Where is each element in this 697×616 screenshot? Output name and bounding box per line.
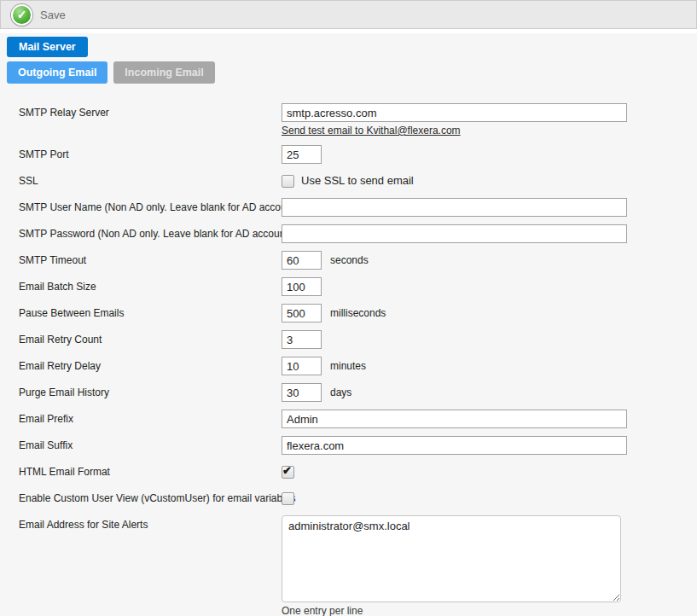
email-retry-delay-input[interactable] xyxy=(282,357,322,375)
email-prefix-input[interactable] xyxy=(282,410,627,428)
settings-content: Mail Server Outgoing Email Incoming Emai… xyxy=(0,33,697,616)
pause-between-emails-input[interactable] xyxy=(282,304,322,323)
form-row-enable-custom-user-view-vcustomuser-for-email-variables: Enable Custom User View (vCustomUser) fo… xyxy=(19,489,697,508)
form-row-pause-between-emails: Pause Between Emailsmilliseconds xyxy=(19,304,697,323)
form-row-email-address-for-site-alerts: Email Address for Site Alertsadministrat… xyxy=(19,515,697,616)
field-label: Email Prefix xyxy=(19,410,282,428)
email-address-for-site-alerts-textarea[interactable]: administrator@smx.local xyxy=(282,515,621,602)
field-label: SMTP Timeout xyxy=(19,251,282,270)
field-label: Email Retry Count xyxy=(19,330,282,349)
form-row-ssl: SSLUse SSL to send email xyxy=(19,171,697,190)
form-row-email-retry-delay: Email Retry Delayminutes xyxy=(19,357,697,375)
toolbar: ✓ Save xyxy=(0,0,697,29)
field-label: SMTP User Name (Non AD only. Leave blank… xyxy=(19,198,282,217)
field-label: Purge Email History xyxy=(19,383,282,402)
save-check-icon: ✓ xyxy=(11,4,32,26)
checkbox-label: Use SSL to send email xyxy=(301,171,414,190)
tab-incoming-email[interactable]: Incoming Email xyxy=(113,61,214,84)
save-button-label: Save xyxy=(40,9,66,21)
unit-label: days xyxy=(330,383,351,402)
save-button[interactable]: ✓ Save xyxy=(11,4,66,26)
unit-label: minutes xyxy=(330,357,366,375)
smtp-timeout-input[interactable] xyxy=(282,251,322,270)
form-row-email-batch-size: Email Batch Size xyxy=(19,277,697,296)
html-email-format-checkbox[interactable] xyxy=(282,466,294,479)
field-label: Email Address for Site Alerts xyxy=(19,515,282,534)
field-label: Pause Between Emails xyxy=(19,304,282,323)
subtab-bar: Outgoing Email Incoming Email xyxy=(7,61,697,84)
form-row-email-retry-count: Email Retry Count xyxy=(19,330,697,349)
field-label: SMTP Password (Non AD only. Leave blank … xyxy=(19,224,282,243)
field-label: Email Suffix xyxy=(19,436,282,455)
field-label: Enable Custom User View (vCustomUser) fo… xyxy=(19,489,282,508)
tab-mail-server[interactable]: Mail Server xyxy=(7,37,88,57)
form-row-smtp-password-non-ad-only-leave-blank-for-ad-account: SMTP Password (Non AD only. Leave blank … xyxy=(19,224,697,243)
enable-custom-user-view-vcustomuser-for-email-variables-checkbox[interactable] xyxy=(282,492,294,505)
field-label: SMTP Relay Server xyxy=(19,103,282,122)
unit-label: seconds xyxy=(330,251,369,270)
unit-label: milliseconds xyxy=(330,304,386,323)
form-row-smtp-port: SMTP Port xyxy=(19,145,697,164)
form-row-email-suffix: Email Suffix xyxy=(19,436,697,455)
email-retry-count-input[interactable] xyxy=(282,330,322,349)
smtp-relay-server-input[interactable] xyxy=(282,103,627,122)
field-label: Email Retry Delay xyxy=(19,357,282,375)
form-row-smtp-timeout: SMTP Timeoutseconds xyxy=(19,251,697,270)
form-row-html-email-format: HTML Email Format xyxy=(19,462,697,481)
smtp-port-input[interactable] xyxy=(282,145,322,164)
smtp-user-name-non-ad-only-leave-blank-for-ad-account-input[interactable] xyxy=(282,198,627,217)
form-row-smtp-relay-server: SMTP Relay ServerSend test email to Kvit… xyxy=(19,103,697,137)
email-batch-size-input[interactable] xyxy=(282,277,322,296)
purge-email-history-input[interactable] xyxy=(282,383,322,402)
email-suffix-input[interactable] xyxy=(282,436,627,455)
form-row-smtp-user-name-non-ad-only-leave-blank-for-ad-account: SMTP User Name (Non AD only. Leave blank… xyxy=(19,198,697,217)
form-row-email-prefix: Email Prefix xyxy=(19,410,697,428)
form-row-purge-email-history: Purge Email Historydays xyxy=(19,383,697,402)
ssl-checkbox[interactable] xyxy=(282,175,294,188)
settings-form: SMTP Relay ServerSend test email to Kvit… xyxy=(7,103,697,616)
smtp-password-non-ad-only-leave-blank-for-ad-account-input[interactable] xyxy=(282,224,627,243)
field-label: SSL xyxy=(19,171,282,190)
send-test-email-link[interactable]: Send test email to Kvithal@flexera.com xyxy=(282,125,461,137)
tab-outgoing-email[interactable]: Outgoing Email xyxy=(7,61,107,84)
textarea-note: One entry per line xyxy=(282,605,363,616)
field-label: HTML Email Format xyxy=(19,462,282,481)
field-label: Email Batch Size xyxy=(19,277,282,296)
field-label: SMTP Port xyxy=(19,145,282,164)
